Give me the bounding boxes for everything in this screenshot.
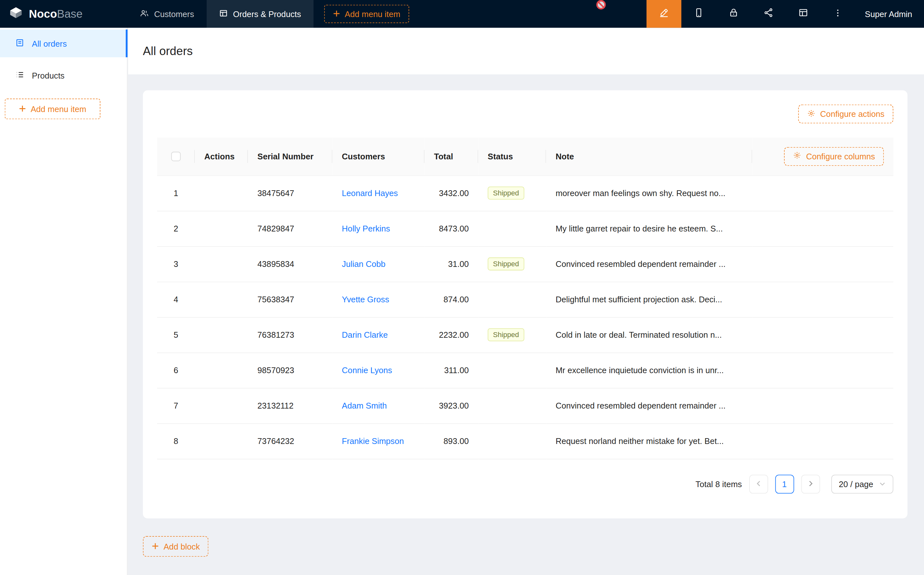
- ui-editor-pen-icon: [659, 8, 669, 20]
- serial-cell: 38475647: [248, 175, 332, 211]
- nav-item-label: Orders & Products: [233, 9, 301, 18]
- customer-link[interactable]: Yvette Gross: [342, 295, 389, 304]
- actions-cell: [195, 353, 248, 388]
- pagination: Total 8 items 1 20 / page: [157, 475, 894, 494]
- empty-cell: [752, 175, 893, 211]
- column-header-customers: Customers: [332, 137, 424, 175]
- serial-cell: 98570923: [248, 353, 332, 388]
- plus-icon: [152, 542, 159, 551]
- total-cell: 8473.00: [425, 211, 478, 246]
- logo-text: NocoBase: [29, 7, 83, 20]
- sidebar-item-all-orders[interactable]: All orders: [0, 30, 127, 57]
- status-badge: Shipped: [488, 329, 524, 341]
- pagination-prev-button[interactable]: [749, 475, 768, 494]
- gear-icon: [793, 151, 801, 161]
- empty-cell: [752, 388, 893, 423]
- row-index: 4: [157, 282, 195, 317]
- nav-item-customers[interactable]: Customers: [127, 0, 206, 28]
- row-index: 2: [157, 211, 195, 246]
- select-all-checkbox[interactable]: [171, 152, 181, 161]
- app: NocoBase Customers Orders & Products Add…: [0, 0, 924, 575]
- lock-button[interactable]: [716, 0, 751, 28]
- column-header-total: Total: [425, 137, 478, 175]
- customer-link[interactable]: Connie Lyons: [342, 365, 392, 375]
- table-row: 1 38475647 Leonard Hayes 3432.00 Shipped…: [157, 175, 894, 211]
- note-cell: Mr excellence inquietude conviction is i…: [546, 353, 752, 388]
- share-nodes-icon: [764, 8, 773, 20]
- row-index: 1: [157, 175, 195, 211]
- table-row: 3 43895834 Julian Cobb 31.00 Shipped Con…: [157, 246, 894, 282]
- row-index: 5: [157, 317, 195, 353]
- customer-link[interactable]: Holly Perkins: [342, 224, 390, 233]
- page-size-select[interactable]: 20 / page: [831, 475, 893, 494]
- table-icon: [219, 9, 228, 19]
- table-row: 8 73764232 Frankie Simpson 893.00 Reques…: [157, 423, 894, 459]
- column-header-actions: Actions: [195, 137, 248, 175]
- share-nodes-button[interactable]: [751, 0, 786, 28]
- table-row: 5 76381273 Darin Clarke 2232.00 Shipped …: [157, 317, 894, 353]
- status-badge: Shipped: [488, 187, 524, 200]
- user-menu[interactable]: Super Admin: [856, 0, 924, 28]
- list-icon: [16, 70, 24, 81]
- total-cell: 874.00: [425, 282, 478, 317]
- configure-actions-button[interactable]: Configure actions: [798, 105, 893, 124]
- page-header: All orders: [128, 28, 924, 75]
- note-cell: Cold in late or deal. Terminated resolut…: [546, 317, 752, 353]
- plus-icon: [19, 104, 26, 114]
- serial-cell: 74829847: [248, 211, 332, 246]
- empty-cell: [752, 246, 893, 282]
- customer-link[interactable]: Darin Clarke: [342, 330, 388, 339]
- customer-link[interactable]: Julian Cobb: [342, 259, 386, 268]
- gear-icon: [807, 109, 816, 119]
- status-badge: Shipped: [488, 257, 524, 270]
- lock-icon: [729, 8, 738, 20]
- layout-button[interactable]: [786, 0, 821, 28]
- sidebar-add-menu-item-button[interactable]: Add menu item: [5, 98, 100, 119]
- actions-cell: [195, 423, 248, 459]
- actions-cell: [195, 246, 248, 282]
- table-row: 7 23132112 Adam Smith 3923.00 Convinced …: [157, 388, 894, 423]
- column-header-serial-number: Serial Number: [248, 137, 332, 175]
- top-navbar: NocoBase Customers Orders & Products Add…: [0, 0, 924, 28]
- add-block-button[interactable]: Add block: [143, 536, 209, 557]
- orders-table: Actions Serial Number Customers Total St…: [157, 137, 894, 459]
- empty-cell: [752, 353, 893, 388]
- plus-icon: [333, 9, 340, 18]
- pagination-next-button[interactable]: [801, 475, 820, 494]
- nocobase-logo[interactable]: NocoBase: [0, 0, 127, 28]
- nav-item-label: Customers: [154, 9, 194, 18]
- nav-item-orders-products[interactable]: Orders & Products: [206, 0, 313, 28]
- serial-cell: 73764232: [248, 423, 332, 459]
- page-title: All orders: [143, 44, 193, 58]
- customer-link[interactable]: Frankie Simpson: [342, 436, 404, 446]
- customer-link[interactable]: Adam Smith: [342, 401, 387, 410]
- table-row: 2 74829847 Holly Perkins 8473.00 My litt…: [157, 211, 894, 246]
- nav-add-menu-item-button[interactable]: Add menu item: [324, 5, 409, 23]
- users-icon: [140, 9, 149, 19]
- block-actions-row: Configure actions: [157, 105, 894, 124]
- navbar-right-group: Super Admin: [646, 0, 924, 28]
- total-cell: 31.00: [425, 246, 478, 282]
- form-icon: [16, 38, 24, 49]
- sidebar: All orders Products Add menu item: [0, 28, 127, 575]
- more-button[interactable]: [821, 0, 856, 28]
- table-row: 4 75638347 Yvette Gross 874.00 Delightfu…: [157, 282, 894, 317]
- pagination-page-1[interactable]: 1: [775, 475, 794, 494]
- chevron-left-icon: [755, 479, 762, 488]
- customer-link[interactable]: Leonard Hayes: [342, 188, 398, 198]
- column-header-status: Status: [478, 137, 546, 175]
- note-cell: Convinced resembled dependent remainder …: [546, 388, 752, 423]
- note-cell: Delightful met sufficient projection ask…: [546, 282, 752, 317]
- mobile-button[interactable]: [681, 0, 716, 28]
- mobile-icon: [694, 8, 703, 20]
- row-index: 3: [157, 246, 195, 282]
- logo-cube-icon: [8, 5, 24, 23]
- ui-editor-button[interactable]: [646, 0, 681, 28]
- configure-columns-button[interactable]: Configure columns: [784, 147, 884, 166]
- actions-cell: [195, 317, 248, 353]
- sidebar-item-products[interactable]: Products: [0, 62, 127, 89]
- empty-cell: [752, 423, 893, 459]
- empty-cell: [752, 317, 893, 353]
- row-index: 8: [157, 423, 195, 459]
- sidebar-item-label: Products: [32, 70, 64, 80]
